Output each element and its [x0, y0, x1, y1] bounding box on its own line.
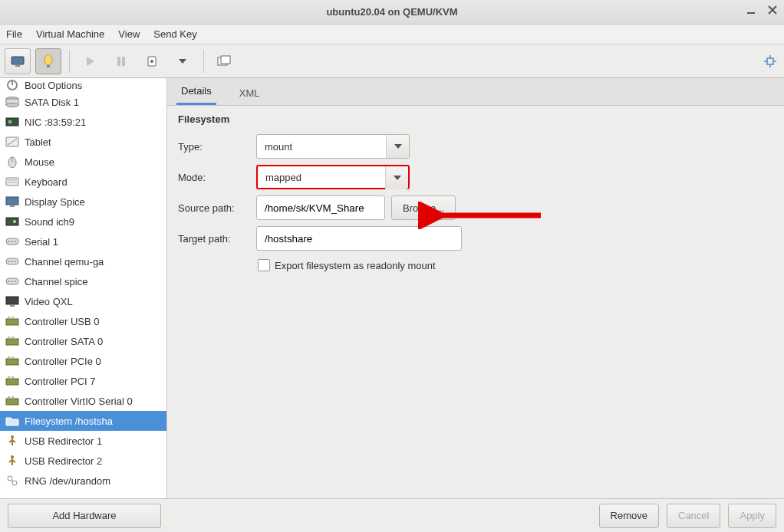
sidebar-item-controller-usb-0[interactable]: Controller USB 0: [0, 311, 166, 331]
svg-point-44: [12, 261, 13, 262]
svg-rect-36: [6, 218, 18, 225]
close-button[interactable]: [766, 3, 779, 17]
sidebar-item-nic-83-59-21[interactable]: NIC :83:59:21: [0, 112, 166, 132]
menu-send-key[interactable]: Send Key: [153, 28, 196, 40]
sidebar-item-channel-qemu-ga[interactable]: Channel qemu-ga: [0, 251, 166, 271]
apply-button[interactable]: Apply: [728, 504, 776, 528]
type-select-value: mount: [265, 141, 292, 153]
svg-rect-61: [6, 379, 18, 385]
console-button[interactable]: [5, 48, 31, 74]
sidebar-item-controller-pcie-0[interactable]: Controller PCIe 0: [0, 351, 166, 371]
sidebar-item-label: Display Spice: [25, 196, 85, 208]
sidebar-item-rng-dev-urandom[interactable]: RNG /dev/urandom: [0, 471, 166, 491]
svg-rect-56: [8, 337, 10, 339]
sidebar-item-label: USB Redirector 1: [25, 435, 102, 447]
disk-icon: [5, 94, 20, 110]
channel-icon: [5, 254, 20, 269]
channel-icon: [5, 274, 20, 289]
menu-view[interactable]: View: [118, 28, 140, 40]
controller-icon: [5, 373, 20, 389]
svg-rect-65: [8, 396, 10, 399]
sidebar-item-video-qxl[interactable]: Video QXL: [0, 291, 166, 311]
sidebar-item-label: Controller VirtIO Serial 0: [25, 396, 133, 407]
info-button[interactable]: [35, 48, 61, 74]
browse-button[interactable]: Browse...: [391, 195, 456, 220]
sidebar-item-label: Channel qemu-ga: [25, 256, 104, 268]
svg-point-43: [8, 261, 10, 262]
sidebar-item-serial-1[interactable]: Serial 1: [0, 232, 166, 251]
svg-point-45: [15, 261, 16, 262]
menu-file[interactable]: File: [6, 28, 22, 40]
toolbar-separator: [69, 50, 70, 73]
mode-select-value: mapped: [265, 172, 301, 183]
svg-rect-35: [10, 205, 15, 207]
sidebar-item-boot-options[interactable]: Boot Options: [0, 78, 166, 92]
menu-virtual-machine[interactable]: Virtual Machine: [36, 28, 104, 40]
svg-point-47: [8, 281, 10, 282]
sidebar-item-usb-redirector-1[interactable]: USB Redirector 1: [0, 431, 166, 451]
svg-rect-8: [117, 57, 120, 66]
svg-rect-57: [12, 337, 14, 339]
sound-icon: [5, 214, 20, 229]
pause-button[interactable]: [108, 48, 134, 74]
sidebar-item-usb-redirector-2[interactable]: USB Redirector 2: [0, 451, 166, 471]
svg-rect-52: [6, 319, 18, 325]
svg-rect-55: [6, 339, 18, 345]
sidebar-item-controller-sata-0[interactable]: Controller SATA 0: [0, 331, 166, 351]
svg-marker-78: [394, 144, 402, 149]
sidebar-item-label: Controller PCI 7: [25, 376, 95, 387]
shutdown-menu-button[interactable]: [170, 48, 196, 74]
minimize-button[interactable]: [744, 3, 758, 17]
svg-point-5: [44, 54, 52, 65]
svg-line-77: [12, 480, 13, 481]
add-hardware-button[interactable]: Add Hardware: [8, 504, 161, 528]
rng-icon: [5, 473, 20, 488]
svg-rect-53: [8, 317, 10, 319]
svg-point-48: [12, 281, 13, 282]
sidebar-item-label: SATA Disk 1: [25, 97, 79, 108]
cancel-button[interactable]: Cancel: [667, 504, 720, 528]
svg-rect-64: [6, 399, 18, 405]
target-path-input[interactable]: [256, 226, 462, 251]
fullscreen-button[interactable]: [761, 52, 779, 71]
export-readonly-checkbox[interactable]: [258, 259, 270, 271]
snapshots-button[interactable]: [212, 48, 238, 74]
target-path-label: Target path:: [178, 233, 249, 245]
remove-button[interactable]: Remove: [599, 504, 659, 528]
display-icon: [5, 194, 20, 209]
sidebar-item-channel-spice[interactable]: Channel spice: [0, 271, 166, 291]
sidebar-item-label: USB Redirector 2: [25, 455, 102, 467]
tab-xml[interactable]: XML: [235, 81, 265, 105]
sidebar-item-label: Boot Options: [25, 80, 82, 91]
run-button[interactable]: [77, 48, 104, 74]
svg-rect-54: [12, 317, 14, 319]
details-panel: Details XML Filesystem Type: mount Mode:: [167, 78, 784, 498]
controller-icon: [5, 393, 20, 409]
sidebar-item-keyboard[interactable]: Keyboard: [0, 172, 166, 192]
svg-rect-3: [12, 57, 24, 64]
sidebar-item-sata-disk-1[interactable]: SATA Disk 1: [0, 92, 166, 112]
svg-rect-15: [767, 58, 773, 64]
svg-marker-12: [179, 59, 186, 64]
svg-rect-25: [6, 118, 18, 126]
controller-icon: [5, 353, 20, 369]
sidebar-item-tablet[interactable]: Tablet: [0, 132, 166, 152]
usb-icon: [5, 453, 20, 468]
sidebar-item-controller-pci-7[interactable]: Controller PCI 7: [0, 371, 166, 391]
sidebar-item-mouse[interactable]: Mouse: [0, 152, 166, 172]
mode-select[interactable]: mapped: [256, 165, 410, 189]
sidebar-item-display-spice[interactable]: Display Spice: [0, 192, 166, 212]
sidebar-item-filesystem-hostsha[interactable]: Filesystem /hostsha: [0, 411, 166, 431]
toolbar: [0, 44, 784, 78]
serial-icon: [5, 234, 20, 249]
controller-icon: [5, 333, 20, 349]
sidebar-item-sound-ich9[interactable]: Sound ich9: [0, 212, 166, 232]
sidebar-item-controller-virtio-serial-0[interactable]: Controller VirtIO Serial 0: [0, 391, 166, 411]
shutdown-button[interactable]: [139, 48, 165, 74]
folder-icon: [5, 413, 20, 429]
titlebar: ubuntu20.04 on QEMU/KVM: [0, 0, 784, 25]
type-select[interactable]: mount: [256, 134, 410, 159]
source-path-input[interactable]: [256, 195, 385, 220]
chevron-down-icon: [386, 135, 409, 158]
tab-details[interactable]: Details: [176, 79, 216, 105]
